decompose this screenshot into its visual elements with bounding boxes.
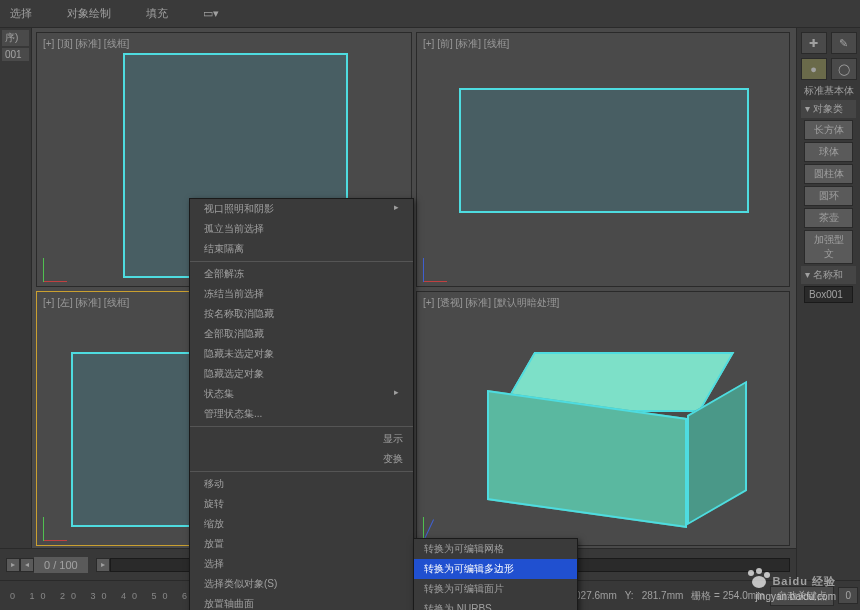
vp-persp-label: [+] [透视] [标准] [默认明暗处理] bbox=[423, 296, 559, 310]
vp-left-label: [+] [左] [标准] [线框] bbox=[43, 296, 129, 310]
keyframe-button[interactable]: 0 bbox=[838, 587, 858, 604]
left-strip: 序) 001 bbox=[0, 28, 32, 548]
ctx-place[interactable]: 放置 bbox=[190, 534, 413, 554]
ctx-select-similar[interactable]: 选择类似对象(S) bbox=[190, 574, 413, 594]
sub-editable-patch[interactable]: 转换为可编辑面片 bbox=[414, 579, 577, 599]
box-3d bbox=[487, 352, 747, 532]
modify-tab-icon[interactable]: ✎ bbox=[831, 32, 857, 54]
ctx-move[interactable]: 移动 bbox=[190, 474, 413, 494]
btn-cylinder[interactable]: 圆柱体 bbox=[804, 164, 853, 184]
sub-editable-mesh[interactable]: 转换为可编辑网格 bbox=[414, 539, 577, 559]
ctx-scale[interactable]: 缩放 bbox=[190, 514, 413, 534]
vp-top-label: [+] [顶] [标准] [线框] bbox=[43, 37, 129, 51]
menu-misc-icon[interactable]: ▭▾ bbox=[203, 7, 219, 20]
viewport-area: [+] [顶] [标准] [线框] [+] [前] [标准] [线框] [+] … bbox=[32, 28, 796, 548]
coord-y-label: Y: bbox=[621, 590, 638, 601]
section-object-type[interactable]: ▾ 对象类 bbox=[801, 100, 856, 118]
vp-front-label: [+] [前] [标准] [线框] bbox=[423, 37, 509, 51]
ctx-unhide-all[interactable]: 全部取消隐藏 bbox=[190, 324, 413, 344]
btn-box[interactable]: 长方体 bbox=[804, 120, 853, 140]
ctx-hide-unselected[interactable]: 隐藏未选定对象 bbox=[190, 344, 413, 364]
separator bbox=[190, 471, 413, 472]
axis-gizmo bbox=[43, 252, 73, 282]
btn-torus[interactable]: 圆环 bbox=[804, 186, 853, 206]
viewport-front[interactable]: [+] [前] [标准] [线框] bbox=[416, 32, 790, 287]
ctx-freeze-selection[interactable]: 冻结当前选择 bbox=[190, 284, 413, 304]
ctx-manage-state-sets[interactable]: 管理状态集... bbox=[190, 404, 413, 424]
ctx-select[interactable]: 选择 bbox=[190, 554, 413, 574]
ctx-display-header: 显示 bbox=[190, 429, 413, 449]
ctx-hide-selection[interactable]: 隐藏选定对象 bbox=[190, 364, 413, 384]
current-frame: 0 / 100 bbox=[34, 557, 88, 573]
menu-select[interactable]: 选择 bbox=[10, 6, 32, 21]
timeline-expand-icon[interactable]: ▸ bbox=[6, 558, 20, 572]
ctx-viewport-lighting[interactable]: 视口照明和阴影 bbox=[190, 199, 413, 219]
create-tab-icon[interactable]: ✚ bbox=[801, 32, 827, 54]
coord-z-value: 281.7mm bbox=[638, 590, 688, 601]
geometry-icon[interactable]: ● bbox=[801, 58, 827, 80]
vp-front-shape bbox=[459, 88, 749, 213]
context-menu: 视口照明和阴影 孤立当前选择 结束隔离 全部解冻 冻结当前选择 按名称取消隐藏 … bbox=[189, 198, 414, 610]
sub-nurbs[interactable]: 转换为 NURBS bbox=[414, 599, 577, 610]
shapes-icon[interactable]: ◯ bbox=[831, 58, 857, 80]
convert-submenu: 转换为可编辑网格 转换为可编辑多边形 转换为可编辑面片 转换为 NURBS bbox=[413, 538, 578, 610]
paw-icon bbox=[746, 568, 772, 590]
timeline-prev-icon[interactable]: ◂ bbox=[20, 558, 34, 572]
ctx-state-sets[interactable]: 状态集 bbox=[190, 384, 413, 404]
menu-draw[interactable]: 对象绘制 bbox=[67, 6, 111, 21]
panel-category: 标准基本体 bbox=[799, 84, 858, 98]
ctx-unhide-by-name[interactable]: 按名称取消隐藏 bbox=[190, 304, 413, 324]
menu-fill[interactable]: 填充 bbox=[146, 6, 168, 21]
ctx-unfreeze-all[interactable]: 全部解冻 bbox=[190, 264, 413, 284]
object-name-input[interactable]: Box001 bbox=[804, 286, 853, 303]
separator bbox=[190, 261, 413, 262]
btn-sphere[interactable]: 球体 bbox=[804, 142, 853, 162]
ctx-isolate[interactable]: 孤立当前选择 bbox=[190, 219, 413, 239]
section-name-color[interactable]: ▾ 名称和 bbox=[801, 266, 856, 284]
watermark-subtitle: jingyan.baidu.com bbox=[746, 591, 836, 602]
watermark-title: Baidu 经验 bbox=[746, 565, 836, 591]
btn-textplus[interactable]: 加强型文 bbox=[804, 230, 853, 264]
ctx-transform-header: 变换 bbox=[190, 449, 413, 469]
sub-editable-poly[interactable]: 转换为可编辑多边形 bbox=[414, 559, 577, 579]
viewport-perspective[interactable]: [+] [透视] [标准] [默认明暗处理] bbox=[416, 291, 790, 546]
ctx-place-pivot[interactable]: 放置轴曲面 bbox=[190, 594, 413, 610]
ctx-end-isolate[interactable]: 结束隔离 bbox=[190, 239, 413, 259]
separator bbox=[190, 426, 413, 427]
leftstrip-label-1: 序) bbox=[2, 30, 29, 46]
leftstrip-label-2: 001 bbox=[2, 48, 29, 61]
axis-gizmo bbox=[423, 252, 453, 282]
ctx-rotate[interactable]: 旋转 bbox=[190, 494, 413, 514]
command-panel: ✚ ✎ ● ◯ 标准基本体 ▾ 对象类 长方体 球体 圆柱体 圆环 茶壶 加强型… bbox=[796, 28, 860, 580]
btn-teapot[interactable]: 茶壶 bbox=[804, 208, 853, 228]
watermark: Baidu 经验 jingyan.baidu.com bbox=[746, 565, 836, 602]
timeline-next-icon[interactable]: ▸ bbox=[96, 558, 110, 572]
axis-gizmo bbox=[423, 511, 453, 541]
axis-gizmo bbox=[43, 511, 73, 541]
